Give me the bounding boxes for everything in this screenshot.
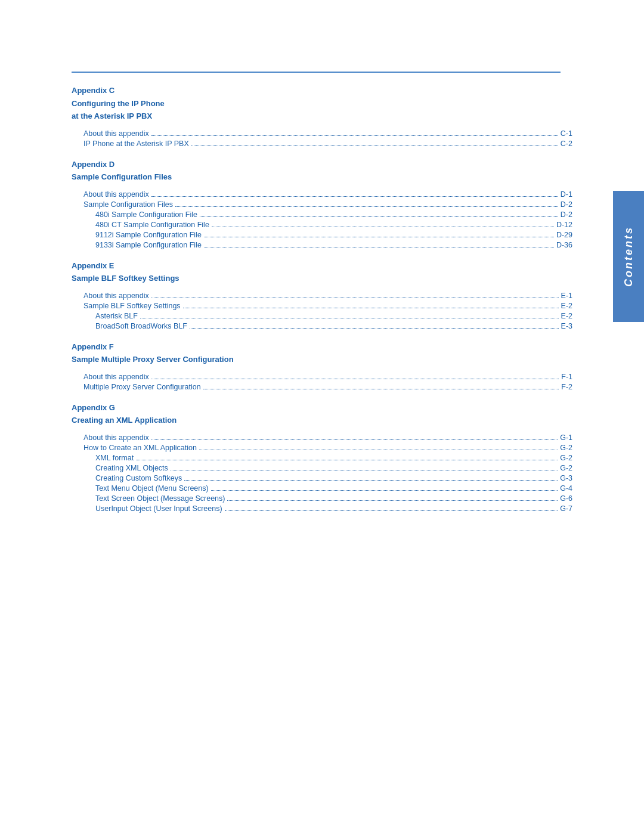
toc-entry-d2: Sample Configuration Files D-2 — [83, 200, 572, 209]
toc-label-g8: UserInput Object (User Input Screens) — [95, 504, 222, 513]
appendix-g-line1: Appendix G — [72, 402, 572, 414]
toc-label-e4: BroadSoft BroadWorks BLF — [95, 322, 187, 330]
toc-page-g2: G-2 — [560, 444, 572, 452]
toc-dots-d5 — [204, 237, 554, 237]
toc-dots-g3 — [136, 460, 558, 460]
toc-label-d5: 9112i Sample Configuration File — [95, 231, 202, 239]
toc-entry-d6: 9133i Sample Configuration File D-36 — [95, 241, 572, 249]
toc-entry-d5: 9112i Sample Configuration File D-29 — [95, 231, 572, 239]
appendix-e-section: Appendix E Sample BLF Softkey Settings A… — [72, 260, 572, 330]
contents-tab-label: Contents — [623, 226, 635, 287]
appendix-d-heading: Appendix D Sample Configuration Files — [72, 159, 572, 183]
toc-entry-d1: About this appendix D-1 — [83, 190, 572, 199]
appendix-c-section: Appendix C Configuring the IP Phone at t… — [72, 85, 572, 148]
toc-label-g1: About this appendix — [83, 433, 149, 442]
toc-label-d1: About this appendix — [83, 190, 149, 199]
toc-label-e1: About this appendix — [83, 292, 149, 300]
toc-dots-e3 — [140, 318, 559, 318]
toc-page-d3: D-2 — [561, 210, 572, 219]
toc-page-g4: G-2 — [560, 464, 572, 472]
toc-label-d2: Sample Configuration Files — [83, 200, 173, 209]
toc-entry-g8: UserInput Object (User Input Screens) G-… — [95, 504, 572, 513]
toc-page-c1: C-1 — [561, 129, 572, 138]
toc-entry-g5: Creating Custom Softkeys G-3 — [95, 474, 572, 482]
toc-page-g3: G-2 — [560, 454, 572, 462]
appendix-f-line2: Sample Multiple Proxy Server Configurati… — [72, 354, 572, 366]
toc-label-e3: Asterisk BLF — [95, 312, 138, 320]
toc-dots-d3 — [200, 216, 558, 217]
toc-page-f2: F-2 — [561, 383, 572, 391]
appendix-f-heading: Appendix F Sample Multiple Proxy Server … — [72, 341, 572, 366]
toc-entry-g7: Text Screen Object (Message Screens) G-6 — [95, 494, 572, 503]
toc-dots-d6 — [204, 247, 554, 247]
toc-dots-e2 — [183, 308, 559, 308]
toc-dots-g1 — [151, 439, 558, 440]
toc-entry-f1: About this appendix F-1 — [83, 373, 572, 381]
toc-entry-d3: 480i Sample Configuration File D-2 — [95, 210, 572, 219]
toc-label-f2: Multiple Proxy Server Configuration — [83, 383, 201, 391]
appendix-e-line1: Appendix E — [72, 260, 572, 272]
appendix-g-heading: Appendix G Creating an XML Application — [72, 402, 572, 426]
appendix-d-section: Appendix D Sample Configuration Files Ab… — [72, 159, 572, 249]
toc-label-c1: About this appendix — [83, 129, 149, 138]
toc-label-c2: IP Phone at the Asterisk IP PBX — [83, 140, 189, 148]
appendix-d-line1: Appendix D — [72, 159, 572, 171]
toc-entry-g4: Creating XML Objects G-2 — [95, 464, 572, 472]
toc-dots-f2 — [203, 389, 559, 389]
toc-label-e2: Sample BLF Softkey Settings — [83, 302, 181, 310]
toc-dots-d1 — [151, 196, 558, 197]
toc-entry-e1: About this appendix E-1 — [83, 292, 572, 300]
main-content: Appendix C Configuring the IP Phone at t… — [72, 73, 572, 513]
toc-label-g2: How to Create an XML Application — [83, 444, 197, 452]
toc-page-e4: E-3 — [561, 322, 572, 330]
appendix-g-section: Appendix G Creating an XML Application A… — [72, 402, 572, 513]
toc-entry-c2: IP Phone at the Asterisk IP PBX C-2 — [83, 140, 572, 148]
toc-dots-g4 — [171, 470, 558, 470]
toc-dots-d2 — [175, 206, 558, 207]
toc-page-g5: G-3 — [560, 474, 572, 482]
toc-entry-g3: XML format G-2 — [95, 454, 572, 462]
appendix-e-heading: Appendix E Sample BLF Softkey Settings — [72, 260, 572, 284]
toc-dots-e4 — [190, 328, 559, 329]
toc-entry-d4: 480i CT Sample Configuration File D-12 — [95, 221, 572, 229]
toc-entry-e4: BroadSoft BroadWorks BLF E-3 — [95, 322, 572, 330]
toc-label-g4: Creating XML Objects — [95, 464, 168, 472]
toc-page-e3: E-2 — [561, 312, 572, 320]
toc-dots-f1 — [151, 379, 559, 379]
toc-page-g6: G-4 — [560, 484, 572, 493]
toc-page-e1: E-1 — [561, 292, 572, 300]
toc-entry-g6: Text Menu Object (Menu Screens) G-4 — [95, 484, 572, 493]
toc-label-g6: Text Menu Object (Menu Screens) — [95, 484, 209, 493]
toc-entry-g2: How to Create an XML Application G-2 — [83, 444, 572, 452]
toc-page-g7: G-6 — [560, 494, 572, 503]
toc-label-d6: 9133i Sample Configuration File — [95, 241, 202, 249]
toc-label-g5: Creating Custom Softkeys — [95, 474, 182, 482]
appendix-c-heading: Appendix C Configuring the IP Phone at t… — [72, 85, 572, 122]
appendix-f-section: Appendix F Sample Multiple Proxy Server … — [72, 341, 572, 391]
toc-dots-g5 — [184, 480, 558, 481]
toc-label-g3: XML format — [95, 454, 134, 462]
toc-page-g8: G-7 — [560, 504, 572, 513]
toc-entry-g1: About this appendix G-1 — [83, 433, 572, 442]
toc-dots-g8 — [225, 510, 558, 511]
toc-dots-g7 — [227, 500, 558, 501]
toc-page-e2: E-2 — [561, 302, 572, 310]
toc-page-f1: F-1 — [561, 373, 572, 381]
toc-page-g1: G-1 — [560, 433, 572, 442]
toc-label-f1: About this appendix — [83, 373, 149, 381]
appendix-c-line1: Appendix C — [72, 85, 572, 97]
contents-tab: Contents — [613, 191, 644, 322]
toc-page-d2: D-2 — [561, 200, 572, 209]
toc-page-d1: D-1 — [561, 190, 572, 199]
toc-dots-c1 — [151, 135, 558, 136]
toc-dots-g2 — [199, 450, 558, 450]
appendix-f-line1: Appendix F — [72, 341, 572, 353]
appendix-g-line2: Creating an XML Application — [72, 414, 572, 426]
appendix-e-line2: Sample BLF Softkey Settings — [72, 272, 572, 284]
toc-entry-c1: About this appendix C-1 — [83, 129, 572, 138]
toc-entry-e2: Sample BLF Softkey Settings E-2 — [83, 302, 572, 310]
toc-dots-g6 — [211, 490, 558, 491]
toc-page-c2: C-2 — [561, 140, 572, 148]
appendix-c-line3: at the Asterisk IP PBX — [72, 110, 572, 122]
toc-entry-f2: Multiple Proxy Server Configuration F-2 — [83, 383, 572, 391]
